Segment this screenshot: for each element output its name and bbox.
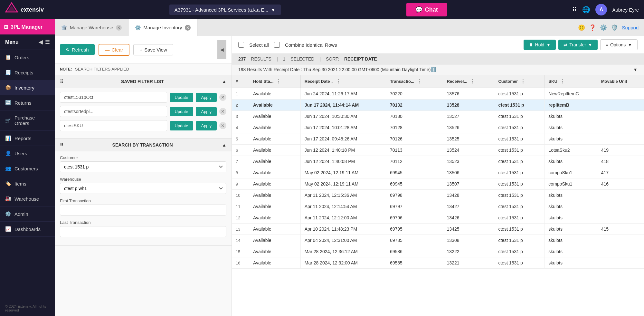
globe-icon[interactable]: 🌐 bbox=[582, 6, 590, 14]
save-view-button[interactable]: + Save View bbox=[133, 44, 173, 55]
first-transaction-input[interactable] bbox=[60, 205, 226, 215]
chat-button[interactable]: 💬 Chat bbox=[406, 3, 447, 16]
table-row[interactable]: 9 Available May 02 2024, 12:19:11 AM 699… bbox=[232, 178, 644, 190]
transfer-dropdown-icon: ▼ bbox=[588, 42, 592, 47]
help-icon[interactable]: ❓ bbox=[589, 24, 596, 31]
table-row[interactable]: 5 Available Jun 17 2024, 09:48:26 AM 701… bbox=[232, 133, 644, 145]
refresh-button[interactable]: ↻ Refresh bbox=[60, 44, 95, 55]
hold-button[interactable]: ⏸ Hold ▼ bbox=[524, 40, 556, 50]
close-manage-warehouse-tab[interactable]: ✕ bbox=[116, 25, 122, 31]
options-button[interactable]: ≡ Options ▼ bbox=[600, 39, 638, 50]
col-receipt-date[interactable]: Receipt Date ↓ ⋮ bbox=[300, 75, 386, 88]
cell-hold-status: Available bbox=[249, 167, 300, 178]
cell-movable-unit: 416 bbox=[597, 178, 644, 190]
remove-filter-2-button[interactable]: ✕ bbox=[219, 108, 226, 115]
select-all-label[interactable]: Select all bbox=[249, 42, 269, 48]
settings-icon[interactable]: ⚙️ bbox=[600, 24, 607, 31]
select-all-checkbox[interactable] bbox=[238, 42, 244, 48]
manage-warehouse-icon: 🏛️ bbox=[61, 25, 67, 31]
col-movable-unit[interactable]: Movable Unit bbox=[597, 75, 644, 88]
table-row[interactable]: 14 Available Apr 04 2024, 12:31:00 AM 69… bbox=[232, 235, 644, 246]
shield-icon[interactable]: 🛡️ bbox=[611, 24, 618, 31]
cell-transaction: 69797 bbox=[386, 201, 443, 212]
update-filter-1-button[interactable]: Update bbox=[170, 93, 194, 102]
col-received[interactable]: Receivel... ⋮ bbox=[443, 75, 494, 88]
results-label: RESULTS bbox=[251, 56, 271, 62]
reports-icon: 📊 bbox=[5, 135, 11, 141]
support-link[interactable]: Support bbox=[622, 25, 639, 30]
cell-hold-status: Available bbox=[249, 145, 300, 156]
apply-filter-3-button[interactable]: Apply bbox=[196, 121, 217, 130]
update-filter-2-button[interactable]: Update bbox=[170, 107, 194, 116]
tab-manage-inventory[interactable]: ⚙️ Manage Inventory ✕ bbox=[128, 19, 197, 36]
sidebar-item-dashboards[interactable]: 📈 Dashboards bbox=[0, 222, 55, 237]
table-row[interactable]: 7 Available Jun 12 2024, 1:40:08 PM 7011… bbox=[232, 156, 644, 167]
remove-filter-1-button[interactable]: ✕ bbox=[219, 94, 226, 101]
sidebar-item-items[interactable]: 🏷️ Items bbox=[0, 176, 55, 191]
select-bar-right: ⏸ Hold ▼ ⇄ Transfer ▼ ≡ Options ▼ bbox=[524, 39, 638, 50]
table-row[interactable]: 15 Available Mar 28 2024, 12:36:12 AM 69… bbox=[232, 246, 644, 257]
close-manage-inventory-tab[interactable]: ✕ bbox=[185, 25, 191, 31]
grid-icon[interactable]: ⠿ bbox=[572, 6, 577, 14]
last-transaction-input[interactable] bbox=[60, 226, 226, 237]
table-row[interactable]: 8 Available May 02 2024, 12:19:11 AM 699… bbox=[232, 167, 644, 178]
sidebar-item-reports[interactable]: 📊 Reports bbox=[0, 131, 55, 146]
transfer-button[interactable]: ⇄ Transfer ▼ bbox=[558, 40, 597, 50]
remove-filter-3-button[interactable]: ✕ bbox=[219, 122, 226, 129]
table-row[interactable]: 2 Available Jun 17 2024, 11:44:14 AM 701… bbox=[232, 100, 644, 111]
customer-select[interactable]: ctest 1531 p bbox=[60, 161, 226, 172]
cell-received: 13524 bbox=[443, 145, 494, 156]
hamburger-icon[interactable]: ☰ bbox=[45, 39, 50, 45]
apply-filter-2-button[interactable]: Apply bbox=[196, 107, 217, 116]
col-customer[interactable]: Customer ⋮ bbox=[494, 75, 545, 88]
table-row[interactable]: 16 Available Mar 28 2024, 12:32:00 AM 69… bbox=[232, 257, 644, 269]
cell-sku: skulots bbox=[545, 133, 597, 145]
table-row[interactable]: 6 Available Jun 12 2024, 1:40:18 PM 7011… bbox=[232, 145, 644, 156]
sort-label: SORT: bbox=[326, 56, 339, 62]
sidebar-item-warehouse[interactable]: 🏭 Warehouse bbox=[0, 191, 55, 206]
collapse-icon[interactable]: ◀ bbox=[39, 39, 43, 45]
table-row[interactable]: 10 Available Apr 11 2024, 12:15:36 AM 69… bbox=[232, 190, 644, 201]
sidebar-item-purchase-orders[interactable]: 🛒 Purchase Orders bbox=[0, 110, 55, 131]
sidebar-item-receipts[interactable]: 🧾 Receipts bbox=[0, 65, 55, 80]
warehouse-select[interactable]: ctest p wh1 bbox=[60, 183, 226, 194]
apply-filter-1-button[interactable]: Apply bbox=[196, 93, 217, 102]
sidebar-item-orders[interactable]: 📋 Orders bbox=[0, 50, 55, 65]
table-row[interactable]: 4 Available Jun 17 2024, 10:01:28 AM 701… bbox=[232, 122, 644, 133]
combine-identical-checkbox[interactable] bbox=[274, 42, 280, 48]
cell-received: 13222 bbox=[443, 246, 494, 257]
cell-receipt-date: May 02 2024, 12:19:11 AM bbox=[300, 178, 386, 190]
sidebar-item-users[interactable]: 👤 Users bbox=[0, 146, 55, 161]
cell-movable-unit bbox=[597, 190, 644, 201]
table-row[interactable]: 11 Available Apr 11 2024, 12:14:54 AM 69… bbox=[232, 201, 644, 212]
update-filter-3-button[interactable]: Update bbox=[170, 121, 194, 130]
cell-customer: ctest 1531 p bbox=[494, 257, 545, 269]
menu-label: Menu bbox=[5, 39, 19, 45]
col-sku[interactable]: SKU ⋮ bbox=[545, 75, 597, 88]
table-row[interactable]: 12 Available Apr 11 2024, 12:12:00 AM 69… bbox=[232, 212, 644, 224]
table-row[interactable]: 3 Available Jun 17 2024, 10:30:30 AM 701… bbox=[232, 111, 644, 122]
sidebar-item-inventory[interactable]: 📦 Inventory bbox=[0, 80, 55, 95]
smiley-icon[interactable]: 🙂 bbox=[578, 24, 585, 31]
saved-filter-header[interactable]: ⠿ SAVED FILTER LIST ▲ bbox=[55, 75, 232, 88]
clear-button[interactable]: — Clear bbox=[99, 44, 130, 56]
saved-filter-name-2: ctestsortedpl... bbox=[60, 106, 167, 117]
sidebar-item-returns[interactable]: ↩️ Returns bbox=[0, 95, 55, 110]
date-filter-bar: 198 Results With Receipt Date : Thu Sep … bbox=[232, 64, 644, 75]
info-icon[interactable]: ℹ️ bbox=[431, 67, 436, 72]
table-row[interactable]: 1 Available Jun 24 2024, 11:26:17 AM 702… bbox=[232, 88, 644, 100]
cell-sku: replItemB bbox=[545, 100, 597, 111]
search-by-transaction-header[interactable]: ⠿ SEARCH BY TRANSACTION ▲ bbox=[55, 139, 232, 151]
sidebar-item-admin[interactable]: ⚙️ Admin bbox=[0, 206, 55, 222]
cell-transaction: 70126 bbox=[386, 133, 443, 145]
panel-collapse-button[interactable]: ◀ bbox=[217, 40, 226, 59]
cell-movable-unit bbox=[597, 133, 644, 145]
avatar[interactable]: A bbox=[595, 4, 607, 15]
sidebar-item-customers[interactable]: 👥 Customers bbox=[0, 161, 55, 176]
tab-manage-warehouse[interactable]: 🏛️ Manage Warehouse ✕ bbox=[55, 19, 128, 36]
table-row[interactable]: 13 Available Apr 10 2024, 11:48:23 PM 69… bbox=[232, 224, 644, 235]
col-transaction[interactable]: Transactio... ⋮ bbox=[386, 75, 443, 88]
date-filter-expand-icon[interactable]: ▼ bbox=[633, 67, 638, 72]
account-selector[interactable]: A37931 - Advanced 3PL Services (a.k.a E.… bbox=[169, 5, 281, 15]
col-hold-status[interactable]: Hold Sta... ⋮ bbox=[249, 75, 300, 88]
